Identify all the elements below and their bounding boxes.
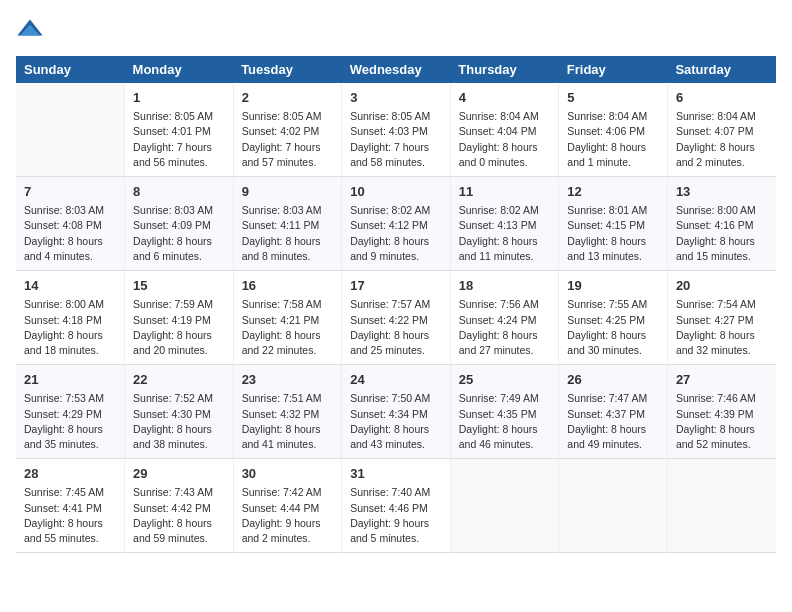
- calendar-cell: 2Sunrise: 8:05 AM Sunset: 4:02 PM Daylig…: [233, 83, 342, 177]
- calendar-cell: 31Sunrise: 7:40 AM Sunset: 4:46 PM Dayli…: [342, 459, 451, 553]
- day-number: 21: [24, 371, 116, 389]
- calendar-cell: 7Sunrise: 8:03 AM Sunset: 4:08 PM Daylig…: [16, 177, 125, 271]
- calendar-cell: 16Sunrise: 7:58 AM Sunset: 4:21 PM Dayli…: [233, 271, 342, 365]
- day-number: 18: [459, 277, 551, 295]
- day-number: 27: [676, 371, 768, 389]
- day-info: Sunrise: 7:40 AM Sunset: 4:46 PM Dayligh…: [350, 485, 442, 546]
- day-info: Sunrise: 7:53 AM Sunset: 4:29 PM Dayligh…: [24, 391, 116, 452]
- day-number: 11: [459, 183, 551, 201]
- calendar-cell: [559, 459, 668, 553]
- day-number: 6: [676, 89, 768, 107]
- calendar-cell: 21Sunrise: 7:53 AM Sunset: 4:29 PM Dayli…: [16, 365, 125, 459]
- header-monday: Monday: [125, 56, 234, 83]
- day-info: Sunrise: 8:00 AM Sunset: 4:16 PM Dayligh…: [676, 203, 768, 264]
- calendar-cell: 10Sunrise: 8:02 AM Sunset: 4:12 PM Dayli…: [342, 177, 451, 271]
- header-thursday: Thursday: [450, 56, 559, 83]
- day-number: 14: [24, 277, 116, 295]
- day-number: 3: [350, 89, 442, 107]
- day-info: Sunrise: 8:02 AM Sunset: 4:13 PM Dayligh…: [459, 203, 551, 264]
- day-info: Sunrise: 7:49 AM Sunset: 4:35 PM Dayligh…: [459, 391, 551, 452]
- day-info: Sunrise: 8:02 AM Sunset: 4:12 PM Dayligh…: [350, 203, 442, 264]
- day-number: 23: [242, 371, 334, 389]
- day-info: Sunrise: 8:04 AM Sunset: 4:06 PM Dayligh…: [567, 109, 659, 170]
- day-info: Sunrise: 7:42 AM Sunset: 4:44 PM Dayligh…: [242, 485, 334, 546]
- day-number: 26: [567, 371, 659, 389]
- day-info: Sunrise: 7:55 AM Sunset: 4:25 PM Dayligh…: [567, 297, 659, 358]
- day-number: 24: [350, 371, 442, 389]
- calendar-cell: [450, 459, 559, 553]
- calendar-cell: 5Sunrise: 8:04 AM Sunset: 4:06 PM Daylig…: [559, 83, 668, 177]
- calendar-cell: 22Sunrise: 7:52 AM Sunset: 4:30 PM Dayli…: [125, 365, 234, 459]
- day-number: 20: [676, 277, 768, 295]
- calendar-cell: 26Sunrise: 7:47 AM Sunset: 4:37 PM Dayli…: [559, 365, 668, 459]
- day-number: 29: [133, 465, 225, 483]
- calendar-cell: 3Sunrise: 8:05 AM Sunset: 4:03 PM Daylig…: [342, 83, 451, 177]
- day-info: Sunrise: 7:58 AM Sunset: 4:21 PM Dayligh…: [242, 297, 334, 358]
- day-number: 4: [459, 89, 551, 107]
- calendar-cell: 19Sunrise: 7:55 AM Sunset: 4:25 PM Dayli…: [559, 271, 668, 365]
- day-number: 30: [242, 465, 334, 483]
- day-info: Sunrise: 8:05 AM Sunset: 4:03 PM Dayligh…: [350, 109, 442, 170]
- calendar-cell: [16, 83, 125, 177]
- day-number: 31: [350, 465, 442, 483]
- day-info: Sunrise: 7:57 AM Sunset: 4:22 PM Dayligh…: [350, 297, 442, 358]
- day-info: Sunrise: 7:56 AM Sunset: 4:24 PM Dayligh…: [459, 297, 551, 358]
- day-info: Sunrise: 8:05 AM Sunset: 4:02 PM Dayligh…: [242, 109, 334, 170]
- day-number: 16: [242, 277, 334, 295]
- day-info: Sunrise: 7:52 AM Sunset: 4:30 PM Dayligh…: [133, 391, 225, 452]
- calendar-cell: 11Sunrise: 8:02 AM Sunset: 4:13 PM Dayli…: [450, 177, 559, 271]
- day-number: 1: [133, 89, 225, 107]
- day-number: 25: [459, 371, 551, 389]
- calendar-header-row: SundayMondayTuesdayWednesdayThursdayFrid…: [16, 56, 776, 83]
- day-info: Sunrise: 8:05 AM Sunset: 4:01 PM Dayligh…: [133, 109, 225, 170]
- logo: [16, 16, 48, 44]
- calendar-cell: 1Sunrise: 8:05 AM Sunset: 4:01 PM Daylig…: [125, 83, 234, 177]
- day-number: 7: [24, 183, 116, 201]
- day-info: Sunrise: 7:47 AM Sunset: 4:37 PM Dayligh…: [567, 391, 659, 452]
- calendar-cell: 25Sunrise: 7:49 AM Sunset: 4:35 PM Dayli…: [450, 365, 559, 459]
- day-info: Sunrise: 7:43 AM Sunset: 4:42 PM Dayligh…: [133, 485, 225, 546]
- header-friday: Friday: [559, 56, 668, 83]
- day-number: 19: [567, 277, 659, 295]
- calendar-cell: [667, 459, 776, 553]
- calendar-cell: 24Sunrise: 7:50 AM Sunset: 4:34 PM Dayli…: [342, 365, 451, 459]
- day-info: Sunrise: 7:46 AM Sunset: 4:39 PM Dayligh…: [676, 391, 768, 452]
- calendar-cell: 14Sunrise: 8:00 AM Sunset: 4:18 PM Dayli…: [16, 271, 125, 365]
- day-info: Sunrise: 7:51 AM Sunset: 4:32 PM Dayligh…: [242, 391, 334, 452]
- calendar-cell: 15Sunrise: 7:59 AM Sunset: 4:19 PM Dayli…: [125, 271, 234, 365]
- calendar-cell: 4Sunrise: 8:04 AM Sunset: 4:04 PM Daylig…: [450, 83, 559, 177]
- day-info: Sunrise: 8:01 AM Sunset: 4:15 PM Dayligh…: [567, 203, 659, 264]
- day-info: Sunrise: 7:45 AM Sunset: 4:41 PM Dayligh…: [24, 485, 116, 546]
- header-saturday: Saturday: [667, 56, 776, 83]
- day-number: 28: [24, 465, 116, 483]
- day-number: 15: [133, 277, 225, 295]
- header-wednesday: Wednesday: [342, 56, 451, 83]
- day-number: 10: [350, 183, 442, 201]
- day-info: Sunrise: 8:03 AM Sunset: 4:09 PM Dayligh…: [133, 203, 225, 264]
- calendar-table: SundayMondayTuesdayWednesdayThursdayFrid…: [16, 56, 776, 553]
- day-number: 2: [242, 89, 334, 107]
- header-tuesday: Tuesday: [233, 56, 342, 83]
- calendar-cell: 29Sunrise: 7:43 AM Sunset: 4:42 PM Dayli…: [125, 459, 234, 553]
- day-number: 9: [242, 183, 334, 201]
- header-sunday: Sunday: [16, 56, 125, 83]
- calendar-cell: 9Sunrise: 8:03 AM Sunset: 4:11 PM Daylig…: [233, 177, 342, 271]
- day-info: Sunrise: 8:03 AM Sunset: 4:08 PM Dayligh…: [24, 203, 116, 264]
- page-header: [16, 16, 776, 44]
- calendar-cell: 8Sunrise: 8:03 AM Sunset: 4:09 PM Daylig…: [125, 177, 234, 271]
- day-number: 8: [133, 183, 225, 201]
- day-number: 22: [133, 371, 225, 389]
- day-info: Sunrise: 7:59 AM Sunset: 4:19 PM Dayligh…: [133, 297, 225, 358]
- calendar-cell: 13Sunrise: 8:00 AM Sunset: 4:16 PM Dayli…: [667, 177, 776, 271]
- day-info: Sunrise: 8:04 AM Sunset: 4:04 PM Dayligh…: [459, 109, 551, 170]
- calendar-cell: 18Sunrise: 7:56 AM Sunset: 4:24 PM Dayli…: [450, 271, 559, 365]
- day-info: Sunrise: 7:50 AM Sunset: 4:34 PM Dayligh…: [350, 391, 442, 452]
- calendar-cell: 17Sunrise: 7:57 AM Sunset: 4:22 PM Dayli…: [342, 271, 451, 365]
- calendar-cell: 6Sunrise: 8:04 AM Sunset: 4:07 PM Daylig…: [667, 83, 776, 177]
- day-info: Sunrise: 8:00 AM Sunset: 4:18 PM Dayligh…: [24, 297, 116, 358]
- day-number: 13: [676, 183, 768, 201]
- calendar-week-row: 7Sunrise: 8:03 AM Sunset: 4:08 PM Daylig…: [16, 177, 776, 271]
- day-info: Sunrise: 7:54 AM Sunset: 4:27 PM Dayligh…: [676, 297, 768, 358]
- calendar-cell: 20Sunrise: 7:54 AM Sunset: 4:27 PM Dayli…: [667, 271, 776, 365]
- calendar-cell: 30Sunrise: 7:42 AM Sunset: 4:44 PM Dayli…: [233, 459, 342, 553]
